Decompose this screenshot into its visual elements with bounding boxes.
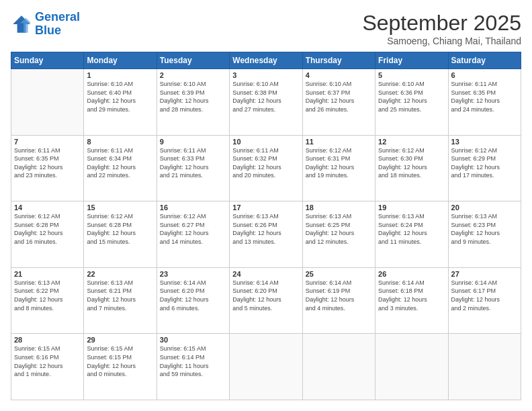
header: General Blue September 2025 Samoeng, Chi… [11, 11, 521, 46]
day-number: 21 [14, 270, 81, 278]
calendar-cell: 23Sunrise: 6:14 AM Sunset: 6:20 PM Dayli… [157, 267, 229, 334]
calendar-cell: 4Sunrise: 6:10 AM Sunset: 6:37 PM Daylig… [302, 69, 375, 136]
location: Samoeng, Chiang Mai, Thailand [362, 36, 521, 46]
day-number: 13 [451, 138, 518, 146]
calendar: Sunday Monday Tuesday Wednesday Thursday… [11, 52, 521, 400]
day-info: Sunrise: 6:10 AM Sunset: 6:40 PM Dayligh… [87, 80, 153, 113]
day-number: 12 [378, 138, 445, 146]
day-number: 16 [160, 203, 226, 212]
header-saturday: Saturday [448, 52, 521, 69]
day-info: Sunrise: 6:15 AM Sunset: 6:16 PM Dayligh… [14, 345, 81, 378]
week-row-2: 14Sunrise: 6:12 AM Sunset: 6:28 PM Dayli… [11, 201, 521, 268]
day-number: 4 [306, 71, 372, 79]
day-info: Sunrise: 6:13 AM Sunset: 6:22 PM Dayligh… [14, 279, 81, 312]
day-info: Sunrise: 6:11 AM Sunset: 6:35 PM Dayligh… [14, 146, 81, 180]
day-number: 7 [14, 138, 81, 146]
calendar-cell: 18Sunrise: 6:13 AM Sunset: 6:25 PM Dayli… [302, 201, 375, 268]
calendar-cell: 30Sunrise: 6:15 AM Sunset: 6:14 PM Dayli… [157, 334, 229, 400]
day-number: 28 [14, 336, 81, 344]
day-number: 11 [306, 138, 372, 146]
calendar-cell: 26Sunrise: 6:14 AM Sunset: 6:18 PM Dayli… [375, 267, 448, 334]
day-number: 10 [232, 138, 299, 146]
logo-icon [11, 13, 32, 35]
day-info: Sunrise: 6:10 AM Sunset: 6:37 PM Dayligh… [306, 80, 372, 113]
day-info: Sunrise: 6:13 AM Sunset: 6:23 PM Dayligh… [451, 212, 518, 246]
day-info: Sunrise: 6:13 AM Sunset: 6:25 PM Dayligh… [306, 212, 372, 246]
day-number: 2 [160, 71, 226, 79]
calendar-cell: 1Sunrise: 6:10 AM Sunset: 6:40 PM Daylig… [84, 69, 157, 136]
day-number: 22 [87, 270, 153, 278]
page: General Blue September 2025 Samoeng, Chi… [0, 0, 532, 411]
day-info: Sunrise: 6:15 AM Sunset: 6:14 PM Dayligh… [160, 345, 226, 378]
day-number: 17 [232, 203, 299, 212]
calendar-cell: 3Sunrise: 6:10 AM Sunset: 6:38 PM Daylig… [230, 69, 302, 136]
day-info: Sunrise: 6:14 AM Sunset: 6:19 PM Dayligh… [306, 279, 372, 312]
header-tuesday: Tuesday [157, 52, 229, 69]
calendar-cell: 12Sunrise: 6:12 AM Sunset: 6:30 PM Dayli… [375, 135, 448, 201]
calendar-cell: 22Sunrise: 6:13 AM Sunset: 6:21 PM Dayli… [84, 267, 157, 334]
day-number: 20 [451, 203, 518, 212]
calendar-cell: 8Sunrise: 6:11 AM Sunset: 6:34 PM Daylig… [84, 135, 157, 201]
calendar-cell [375, 334, 448, 400]
calendar-cell: 9Sunrise: 6:11 AM Sunset: 6:33 PM Daylig… [157, 135, 229, 201]
day-info: Sunrise: 6:12 AM Sunset: 6:30 PM Dayligh… [378, 146, 445, 180]
calendar-cell: 21Sunrise: 6:13 AM Sunset: 6:22 PM Dayli… [11, 267, 84, 334]
calendar-cell: 24Sunrise: 6:14 AM Sunset: 6:20 PM Dayli… [230, 267, 302, 334]
week-row-0: 1Sunrise: 6:10 AM Sunset: 6:40 PM Daylig… [11, 69, 521, 136]
calendar-cell: 16Sunrise: 6:12 AM Sunset: 6:27 PM Dayli… [157, 201, 229, 268]
month-title: September 2025 [362, 11, 521, 36]
calendar-cell: 19Sunrise: 6:13 AM Sunset: 6:24 PM Dayli… [375, 201, 448, 268]
calendar-cell: 25Sunrise: 6:14 AM Sunset: 6:19 PM Dayli… [302, 267, 375, 334]
header-sunday: Sunday [11, 52, 84, 69]
day-info: Sunrise: 6:12 AM Sunset: 6:28 PM Dayligh… [87, 212, 153, 246]
header-friday: Friday [375, 52, 448, 69]
day-info: Sunrise: 6:12 AM Sunset: 6:27 PM Dayligh… [160, 212, 226, 246]
calendar-cell: 27Sunrise: 6:14 AM Sunset: 6:17 PM Dayli… [448, 267, 521, 334]
calendar-cell: 7Sunrise: 6:11 AM Sunset: 6:35 PM Daylig… [11, 135, 84, 201]
day-info: Sunrise: 6:11 AM Sunset: 6:34 PM Dayligh… [87, 146, 153, 180]
calendar-cell: 13Sunrise: 6:12 AM Sunset: 6:29 PM Dayli… [448, 135, 521, 201]
calendar-cell: 28Sunrise: 6:15 AM Sunset: 6:16 PM Dayli… [11, 334, 84, 400]
day-number: 18 [306, 203, 372, 212]
day-number: 29 [87, 336, 153, 344]
calendar-cell: 5Sunrise: 6:10 AM Sunset: 6:36 PM Daylig… [375, 69, 448, 136]
day-number: 15 [87, 203, 153, 212]
calendar-cell: 2Sunrise: 6:10 AM Sunset: 6:39 PM Daylig… [157, 69, 229, 136]
weekday-header-row: Sunday Monday Tuesday Wednesday Thursday… [11, 52, 521, 69]
calendar-cell: 6Sunrise: 6:11 AM Sunset: 6:35 PM Daylig… [448, 69, 521, 136]
calendar-cell [302, 334, 375, 400]
logo-text: General [35, 11, 80, 24]
calendar-cell: 20Sunrise: 6:13 AM Sunset: 6:23 PM Dayli… [448, 201, 521, 268]
day-info: Sunrise: 6:15 AM Sunset: 6:15 PM Dayligh… [87, 345, 153, 378]
day-info: Sunrise: 6:11 AM Sunset: 6:32 PM Dayligh… [232, 146, 299, 180]
day-info: Sunrise: 6:11 AM Sunset: 6:35 PM Dayligh… [451, 80, 518, 113]
day-number: 19 [378, 203, 445, 212]
logo-text2: Blue [35, 24, 80, 38]
day-number: 24 [232, 270, 299, 278]
day-number: 26 [378, 270, 445, 278]
day-info: Sunrise: 6:14 AM Sunset: 6:20 PM Dayligh… [160, 279, 226, 312]
day-info: Sunrise: 6:14 AM Sunset: 6:18 PM Dayligh… [378, 279, 445, 312]
header-thursday: Thursday [302, 52, 375, 69]
calendar-cell: 10Sunrise: 6:11 AM Sunset: 6:32 PM Dayli… [230, 135, 302, 201]
day-info: Sunrise: 6:13 AM Sunset: 6:21 PM Dayligh… [87, 279, 153, 312]
week-row-3: 21Sunrise: 6:13 AM Sunset: 6:22 PM Dayli… [11, 267, 521, 334]
day-info: Sunrise: 6:12 AM Sunset: 6:29 PM Dayligh… [451, 146, 518, 180]
day-info: Sunrise: 6:10 AM Sunset: 6:39 PM Dayligh… [160, 80, 226, 113]
day-number: 3 [232, 71, 299, 79]
calendar-cell [448, 334, 521, 400]
week-row-4: 28Sunrise: 6:15 AM Sunset: 6:16 PM Dayli… [11, 334, 521, 400]
calendar-cell: 14Sunrise: 6:12 AM Sunset: 6:28 PM Dayli… [11, 201, 84, 268]
header-monday: Monday [84, 52, 157, 69]
day-number: 14 [14, 203, 81, 212]
calendar-cell: 11Sunrise: 6:12 AM Sunset: 6:31 PM Dayli… [302, 135, 375, 201]
calendar-cell [11, 69, 84, 136]
day-number: 9 [160, 138, 226, 146]
day-number: 1 [87, 71, 153, 79]
day-info: Sunrise: 6:12 AM Sunset: 6:28 PM Dayligh… [14, 212, 81, 246]
day-info: Sunrise: 6:10 AM Sunset: 6:36 PM Dayligh… [378, 80, 445, 113]
calendar-cell [230, 334, 302, 400]
day-info: Sunrise: 6:13 AM Sunset: 6:24 PM Dayligh… [378, 212, 445, 246]
calendar-cell: 17Sunrise: 6:13 AM Sunset: 6:26 PM Dayli… [230, 201, 302, 268]
week-row-1: 7Sunrise: 6:11 AM Sunset: 6:35 PM Daylig… [11, 135, 521, 201]
